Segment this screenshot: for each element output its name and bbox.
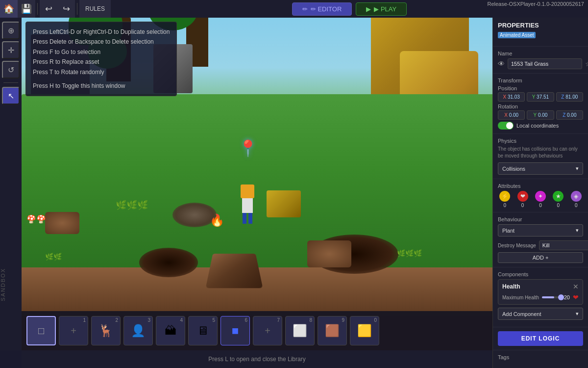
attr-val-2: 0 bbox=[539, 203, 542, 208]
library-item-9[interactable]: 9 🟫 bbox=[318, 316, 347, 345]
destroy-row: Destroy Message ✕ bbox=[498, 240, 583, 250]
toggle-knob bbox=[506, 122, 513, 129]
attr-item-0: ⚡ 0 bbox=[499, 191, 510, 208]
library-item-0[interactable]: □ bbox=[26, 316, 56, 345]
edit-logic-button[interactable]: EDIT LOGIC bbox=[498, 331, 583, 346]
game-viewport[interactable]: Press LeftCtrl-D or RightCtrl-D to Dupli… bbox=[22, 18, 492, 350]
library-bar: □ 1 + 2 🦌 3 👤 4 🏔 5 🖥 6 ■ 7 + 8 ⬜ 9 🟫 0 … bbox=[22, 311, 492, 350]
library-hint: Press L to open and close the Library bbox=[208, 356, 305, 363]
editor-label: ✏ EDITOR bbox=[311, 5, 342, 13]
rot-x[interactable]: X 0.00 bbox=[498, 110, 525, 120]
save-button[interactable]: 💾 bbox=[18, 0, 35, 18]
campfire-icon: 🔥 bbox=[210, 213, 224, 227]
lib-icon-9: 🟫 bbox=[325, 324, 340, 338]
behaviour-section: Behaviour Plant ▾ Destroy Message ✕ ADD … bbox=[493, 212, 588, 267]
library-item-4[interactable]: 4 🏔 bbox=[156, 316, 185, 345]
component-name: Health bbox=[502, 283, 520, 290]
lib-empty-icon: □ bbox=[38, 325, 44, 337]
bottom-bar: Press L to open and close the Library bbox=[22, 350, 492, 368]
library-item-5[interactable]: 5 🖥 bbox=[188, 316, 218, 345]
rot-y[interactable]: Y 0.00 bbox=[527, 110, 554, 120]
py-val: 37.51 bbox=[537, 94, 549, 100]
py-label: Y bbox=[532, 94, 536, 100]
editor-button[interactable]: ✏ ✏ EDITOR bbox=[292, 2, 352, 16]
rotate-button[interactable]: ↺ bbox=[2, 61, 20, 79]
left-toolbar: ⊕ ✛ ↺ ↖ SANDBOX bbox=[0, 18, 22, 350]
rx-val: 0.00 bbox=[509, 112, 518, 118]
rotation-label: Rotation bbox=[498, 104, 583, 109]
play-icon: ▶ bbox=[366, 5, 371, 13]
star-icon[interactable]: ☆ bbox=[585, 60, 588, 68]
behaviour-dropdown[interactable]: Plant ▾ bbox=[498, 224, 583, 237]
hint-line-2: Press Delete or Backspace to Delete sele… bbox=[33, 37, 170, 47]
lib-icon-3: 👤 bbox=[131, 324, 146, 338]
attr-icon-0: ⚡ bbox=[499, 191, 510, 202]
lib-icon-2: 🦌 bbox=[98, 324, 113, 338]
local-coords-toggle[interactable] bbox=[498, 122, 514, 130]
component-header: Health ✕ bbox=[502, 283, 579, 290]
hint-line-4: Press R to Replace asset bbox=[33, 57, 170, 67]
library-item-2[interactable]: 2 🦌 bbox=[91, 316, 121, 345]
attr-icon-3: ★ bbox=[553, 191, 564, 202]
lib-icon-0: 🟨 bbox=[357, 324, 372, 338]
name-input[interactable] bbox=[508, 58, 582, 69]
library-item-3[interactable]: 3 👤 bbox=[123, 316, 153, 345]
add-button[interactable]: ADD + bbox=[498, 252, 583, 263]
attr-item-2: ✦ 0 bbox=[535, 191, 546, 208]
collisions-chevron-icon: ▾ bbox=[576, 165, 579, 172]
character bbox=[238, 184, 257, 224]
undo-button[interactable]: ↩ bbox=[40, 0, 57, 18]
grass-3: 🌿🌿🌿 bbox=[397, 249, 422, 257]
component-close-icon[interactable]: ✕ bbox=[573, 283, 579, 290]
add-component-button[interactable]: Add Component ▾ bbox=[498, 308, 583, 320]
rx-label: X bbox=[504, 112, 508, 118]
rules-button[interactable]: RULES bbox=[79, 0, 111, 18]
attr-icon-1: ❤ bbox=[517, 191, 528, 202]
name-row: 👁 ☆ bbox=[498, 58, 583, 69]
pointer-button[interactable]: ↖ bbox=[2, 87, 20, 105]
pos-x[interactable]: X 31.03 bbox=[498, 92, 525, 102]
physics-desc: The object has collisions bu can only be… bbox=[498, 146, 583, 159]
play-button[interactable]: ▶ ▶ PLAY bbox=[356, 2, 407, 16]
position-label: Position bbox=[498, 85, 583, 91]
name-section: Name 👁 ☆ bbox=[493, 47, 588, 74]
attributes-label: Attributes bbox=[498, 183, 583, 189]
stump-2 bbox=[307, 240, 351, 267]
lib-num-0: 0 bbox=[374, 317, 377, 323]
health-component: Health ✕ Maximum Health 20 ❤ bbox=[498, 279, 583, 305]
lib-num-9: 9 bbox=[342, 317, 344, 323]
redo-button[interactable]: ↪ bbox=[57, 0, 75, 18]
rot-z[interactable]: Z 0.00 bbox=[556, 110, 583, 120]
attr-item-1: ❤ 0 bbox=[517, 191, 528, 208]
tags-label: Tags bbox=[498, 354, 583, 360]
edit-logic-section: EDIT LOGIC bbox=[493, 327, 588, 350]
lib-num-1: 1 bbox=[83, 317, 86, 323]
hints-overlay: Press LeftCtrl-D or RightCtrl-D to Dupli… bbox=[25, 22, 177, 96]
select-button[interactable]: ⊕ bbox=[2, 22, 20, 39]
library-item-6[interactable]: 6 ■ bbox=[220, 316, 250, 345]
destroy-input[interactable] bbox=[539, 240, 588, 250]
sidebar-label: SANDBOX bbox=[0, 268, 22, 301]
lib-icon-8: ⬜ bbox=[293, 324, 307, 338]
pos-z[interactable]: Z 81.00 bbox=[556, 92, 583, 102]
attr-icon-4: ◈ bbox=[571, 191, 582, 202]
collisions-dropdown[interactable]: Collisions ▾ bbox=[498, 162, 583, 175]
library-item-add-1[interactable]: 1 + bbox=[59, 316, 88, 345]
lib-num-4: 4 bbox=[180, 317, 183, 323]
components-label: Components bbox=[498, 271, 583, 277]
play-label: ▶ PLAY bbox=[374, 5, 396, 13]
attr-item-4: ◈ 0 bbox=[571, 191, 582, 208]
library-item-0b[interactable]: 0 🟨 bbox=[350, 316, 379, 345]
eye-icon[interactable]: 👁 bbox=[498, 60, 505, 68]
mushroom: 🍄🍄 bbox=[26, 214, 46, 224]
hint-line-5: Press T to Rotate randomly bbox=[33, 67, 170, 77]
health-slider[interactable] bbox=[542, 296, 561, 298]
library-item-add-7[interactable]: 7 + bbox=[253, 316, 282, 345]
grass-1: 🌿🌿🌿 bbox=[116, 200, 148, 210]
pos-y[interactable]: Y 37.51 bbox=[527, 92, 554, 102]
move-button[interactable]: ✛ bbox=[2, 41, 20, 59]
attr-val-0: 0 bbox=[503, 203, 506, 208]
home-button[interactable]: 🏠 bbox=[0, 0, 18, 18]
library-item-8[interactable]: 8 ⬜ bbox=[285, 316, 315, 345]
max-health-label: Maximum Health bbox=[502, 295, 539, 300]
